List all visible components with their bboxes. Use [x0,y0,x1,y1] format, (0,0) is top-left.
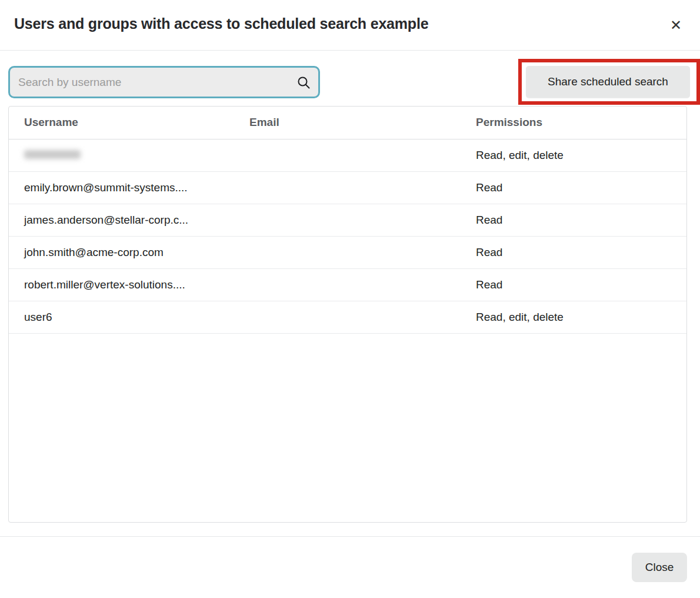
email-cell [234,301,461,333]
permissions-cell: Read [461,204,686,236]
access-table: Username Email Permissions Read, edit, d… [9,107,686,334]
username-cell: john.smith@acme-corp.com [9,236,234,268]
permissions-cell: Read [461,236,686,268]
permissions-cell: Read, edit, delete [461,139,686,171]
email-cell [234,139,461,171]
table-row: Read, edit, delete [9,139,686,171]
close-icon[interactable]: ✕ [668,18,684,33]
table-header-row: Username Email Permissions [9,107,686,139]
email-cell [234,204,461,236]
footer-divider [0,536,700,537]
header-divider [0,50,700,51]
table-body: Read, edit, deleteemily.brown@summit-sys… [9,139,686,333]
username-cell: user6 [9,301,234,333]
email-cell [234,236,461,268]
username-cell: emily.brown@summit-systems.... [9,171,234,204]
email-cell [234,171,461,204]
permissions-cell: Read [461,171,686,204]
access-table-card: Username Email Permissions Read, edit, d… [8,106,687,523]
page-title: Users and groups with access to schedule… [14,15,428,32]
table-row: emily.brown@summit-systems....Read [9,171,686,204]
table-row: john.smith@acme-corp.comRead [9,236,686,268]
share-button-highlight-box: Share scheduled search [518,59,700,105]
username-cell: robert.miller@vertex-solutions.... [9,268,234,301]
table-row: james.anderson@stellar-corp.c...Read [9,204,686,236]
permissions-cell: Read, edit, delete [461,301,686,333]
email-cell [234,268,461,301]
redacted-username [24,150,81,159]
close-button[interactable]: Close [632,553,687,582]
username-cell [9,139,234,171]
column-header-permissions: Permissions [461,107,686,139]
search-input[interactable] [8,66,320,98]
username-cell: james.anderson@stellar-corp.c... [9,204,234,236]
share-access-modal: Users and groups with access to schedule… [0,0,700,598]
search-field-wrap [8,66,320,98]
column-header-username: Username [9,107,234,139]
permissions-cell: Read [461,268,686,301]
table-row: robert.miller@vertex-solutions....Read [9,268,686,301]
column-header-email: Email [234,107,461,139]
table-row: user6Read, edit, delete [9,301,686,333]
share-scheduled-search-button[interactable]: Share scheduled search [526,66,690,98]
